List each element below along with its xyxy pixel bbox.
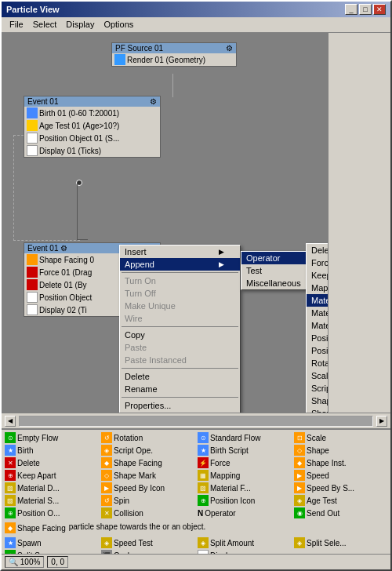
standard-flow-icon: ⊙ <box>198 432 209 443</box>
status-zoom: 🔍 100% <box>5 556 44 568</box>
ctx-delete[interactable]: Delete <box>120 370 240 383</box>
icon-position-icon[interactable]: ⊕ Position Icon <box>196 494 292 507</box>
split-amount-icon: ◈ <box>198 537 209 548</box>
menu-select[interactable]: Select <box>28 19 62 31</box>
menu-display[interactable]: Display <box>61 19 99 31</box>
ctx3-scale[interactable]: Scale <box>307 369 328 382</box>
icon-speed-test[interactable]: ◈ Speed Test <box>100 536 196 549</box>
icon-position-o[interactable]: ⊕ Position O... <box>3 507 100 519</box>
age-test-icon: ◈ <box>294 495 305 506</box>
ctx3-shape[interactable]: Shape <box>307 395 328 407</box>
ctx3-delete[interactable]: Delete <box>307 244 328 256</box>
icon-material-f[interactable]: ▨ Material F... <box>196 482 292 494</box>
position-row: Position Object 01 (S... <box>24 132 160 144</box>
pf-source-node[interactable]: PF Source 01 ⚙ Render 01 (Geometry) <box>111 42 237 67</box>
age-label: Age Test 01 (Age>10?) <box>39 122 119 130</box>
title-bar-buttons: _ □ ✕ <box>345 4 386 15</box>
birth-icon-palette: ★ <box>5 445 16 456</box>
icon-empty-flow[interactable]: ⊙ Empty Flow <box>3 431 100 444</box>
icon-birth-script[interactable]: ★ Birth Script <box>196 444 292 456</box>
pos-obj-icon <box>27 292 38 303</box>
split-amount-label: Split Amount <box>210 539 254 547</box>
icon-delete[interactable]: ✕ Delete <box>3 456 100 469</box>
keep-apart-icon: ⊕ <box>5 470 16 481</box>
event-01-node[interactable]: Event 01 ⚙ Birth 01 (0-60 T:20001) Age T… <box>24 96 161 158</box>
delete-label-palette: Delete <box>17 459 40 467</box>
ctx3-force[interactable]: Force <box>307 256 328 269</box>
ctx3-position-object[interactable]: Position Object <box>307 344 328 357</box>
ctx3-mapping[interactable]: Mapping <box>307 282 328 294</box>
maximize-button[interactable]: □ <box>359 4 372 15</box>
rotation-icon: ↺ <box>101 432 112 443</box>
speed-by-s-label: Speed By S... <box>307 484 354 493</box>
icon-age-test[interactable]: ◈ Age Test <box>292 494 389 507</box>
event-02-title: Event 01 ⚙ <box>27 244 67 253</box>
ctx3-shape-facing[interactable]: Shape Facing <box>307 407 328 413</box>
icon-collision[interactable]: ✕ Collision <box>100 507 196 519</box>
icon-speed[interactable]: ▶ Speed <box>292 469 389 482</box>
empty-flow-label: Empty Flow <box>17 434 58 442</box>
standard-flow-label: Standard Flow <box>210 434 260 442</box>
ctx3-position-icon[interactable]: Position Icon <box>307 332 328 344</box>
ctx-insert[interactable]: Insert ▶ <box>120 245 240 258</box>
icon-split-sele[interactable]: ◈ Split Sele... <box>292 536 389 549</box>
menu-file[interactable]: File <box>5 19 28 31</box>
ctx3-material-dynamic[interactable]: Material Dynamic <box>307 294 328 307</box>
icon-rotation[interactable]: ↺ Rotation <box>100 431 196 444</box>
scroll-right-btn[interactable]: ▶ <box>376 416 387 427</box>
particle-view-window: Particle View _ □ ✕ File Select Display … <box>0 0 392 571</box>
icon-spin[interactable]: ↺ Spin <box>100 494 196 507</box>
ctx-turn-off: Turn Off <box>120 287 240 300</box>
ctx3-material-freq[interactable]: Material Frequency <box>307 307 328 319</box>
icon-speed-by-icon[interactable]: ▶ Speed By Icon <box>100 482 196 494</box>
force-label: Force 01 (Drag <box>39 268 92 277</box>
ctx-rename[interactable]: Rename <box>120 383 240 395</box>
icon-shape-inst[interactable]: ◆ Shape Inst. <box>292 456 389 469</box>
delete-icon-palette: ✕ <box>5 457 16 468</box>
shape-inst-label: Shape Inst. <box>307 459 347 467</box>
icon-standard-flow[interactable]: ⊙ Standard Flow <box>196 431 292 444</box>
ctx3-keep-apart[interactable]: Keep Apart <box>307 269 328 282</box>
ctx3-script-operator[interactable]: Script Operator <box>307 382 328 395</box>
scale-icon: ⊡ <box>294 432 305 443</box>
icon-script-ope[interactable]: ◈ Script Ope. <box>100 444 196 456</box>
icon-mapping[interactable]: ▦ Mapping <box>196 469 292 482</box>
script-ope-icon: ◈ <box>101 445 112 456</box>
speed-icon: ▶ <box>294 470 305 481</box>
icon-material-d[interactable]: ▨ Material D... <box>3 482 100 494</box>
scroll-track[interactable] <box>19 416 373 427</box>
material-d-label: Material D... <box>17 484 60 493</box>
window-title: Particle View <box>6 5 60 14</box>
delete-label: Delete 01 (By <box>39 281 87 289</box>
scroll-left-btn[interactable]: ◀ <box>5 416 16 427</box>
render-icon <box>114 54 125 65</box>
material-s-icon: ▨ <box>5 495 16 506</box>
display2-icon <box>27 304 38 315</box>
icon-split-amount[interactable]: ◈ Split Amount <box>196 536 292 549</box>
icon-material-s[interactable]: ▨ Material S... <box>3 494 100 507</box>
icon-keep-apart[interactable]: ⊕ Keep Apart <box>3 469 100 482</box>
icon-send-out[interactable]: ◉ Send Out <box>292 507 389 519</box>
ctx-comments[interactable]: Comments... <box>120 412 240 413</box>
icon-shape-facing[interactable]: ◆ Shape Facing <box>100 456 196 469</box>
ctx3-rotation[interactable]: Rotation <box>307 357 328 369</box>
particle-canvas[interactable]: PF Source 01 ⚙ Render 01 (Geometry) <box>2 33 328 413</box>
icon-shape-mark[interactable]: ◇ Shape Mark <box>100 469 196 482</box>
status-coords: 0, 0 <box>47 556 68 568</box>
ctx-copy[interactable]: Copy <box>120 329 240 341</box>
menu-options[interactable]: Options <box>99 19 138 31</box>
minimize-button[interactable]: _ <box>345 4 358 15</box>
icon-birth[interactable]: ★ Birth <box>3 444 100 456</box>
ctx-properties[interactable]: Properties... <box>120 399 240 412</box>
icon-force[interactable]: ⚡ Force <box>196 456 292 469</box>
icon-speed-by-s[interactable]: ▶ Speed By S... <box>292 482 389 494</box>
ctx-append[interactable]: Append ▶ <box>120 258 240 271</box>
icon-shape[interactable]: ◇ Shape <box>292 444 389 456</box>
ctx-turn-on: Turn On <box>120 275 240 287</box>
icon-spawn[interactable]: ★ Spawn <box>3 536 100 549</box>
close-button[interactable]: ✕ <box>373 4 386 15</box>
ctx3-material-static[interactable]: Material Static <box>307 319 328 332</box>
icon-scale[interactable]: ⊡ Scale <box>292 431 389 444</box>
shape-facing-desc-icon: ◆ <box>5 522 16 533</box>
speed-by-s-icon: ▶ <box>294 482 305 493</box>
